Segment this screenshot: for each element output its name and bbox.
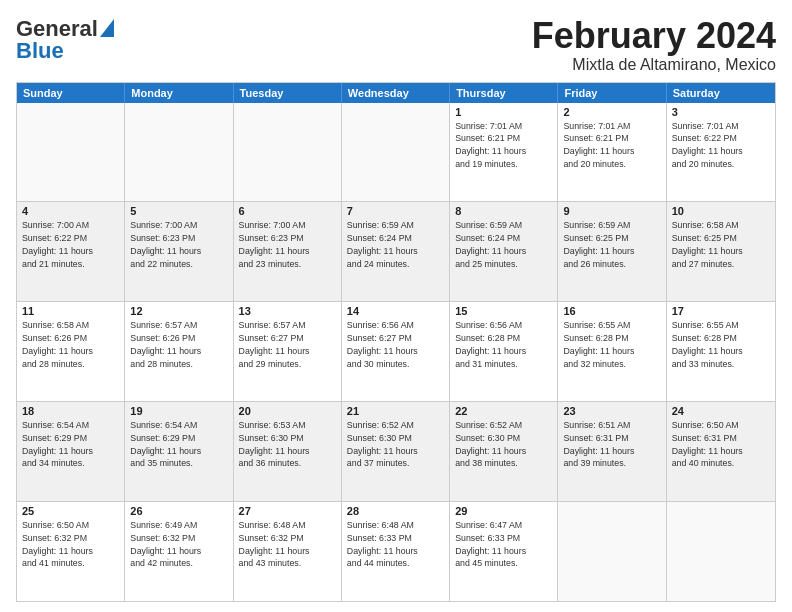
day-info: Sunrise: 6:56 AMSunset: 6:27 PMDaylight:… [347,319,444,370]
calendar-subtitle: Mixtla de Altamirano, Mexico [532,56,776,74]
day-number: 21 [347,405,444,417]
day-cell-3: 3Sunrise: 7:01 AMSunset: 6:22 PMDaylight… [667,103,775,202]
calendar-row-2: 11Sunrise: 6:58 AMSunset: 6:26 PMDayligh… [17,302,775,402]
day-number: 17 [672,305,770,317]
day-cell-20: 20Sunrise: 6:53 AMSunset: 6:30 PMDayligh… [234,402,342,501]
day-cell-2: 2Sunrise: 7:01 AMSunset: 6:21 PMDaylight… [558,103,666,202]
day-info: Sunrise: 6:55 AMSunset: 6:28 PMDaylight:… [672,319,770,370]
empty-cell [125,103,233,202]
day-cell-28: 28Sunrise: 6:48 AMSunset: 6:33 PMDayligh… [342,502,450,601]
day-cell-24: 24Sunrise: 6:50 AMSunset: 6:31 PMDayligh… [667,402,775,501]
day-info: Sunrise: 6:52 AMSunset: 6:30 PMDaylight:… [347,419,444,470]
day-cell-14: 14Sunrise: 6:56 AMSunset: 6:27 PMDayligh… [342,302,450,401]
day-cell-18: 18Sunrise: 6:54 AMSunset: 6:29 PMDayligh… [17,402,125,501]
header-day-wednesday: Wednesday [342,83,450,103]
day-number: 8 [455,205,552,217]
day-cell-27: 27Sunrise: 6:48 AMSunset: 6:32 PMDayligh… [234,502,342,601]
day-cell-9: 9Sunrise: 6:59 AMSunset: 6:25 PMDaylight… [558,202,666,301]
day-cell-16: 16Sunrise: 6:55 AMSunset: 6:28 PMDayligh… [558,302,666,401]
day-number: 27 [239,505,336,517]
day-cell-19: 19Sunrise: 6:54 AMSunset: 6:29 PMDayligh… [125,402,233,501]
day-info: Sunrise: 6:59 AMSunset: 6:24 PMDaylight:… [455,219,552,270]
header-day-sunday: Sunday [17,83,125,103]
calendar: SundayMondayTuesdayWednesdayThursdayFrid… [16,82,776,602]
calendar-row-0: 1Sunrise: 7:01 AMSunset: 6:21 PMDaylight… [17,103,775,203]
day-number: 24 [672,405,770,417]
day-number: 11 [22,305,119,317]
day-cell-15: 15Sunrise: 6:56 AMSunset: 6:28 PMDayligh… [450,302,558,401]
day-info: Sunrise: 6:47 AMSunset: 6:33 PMDaylight:… [455,519,552,570]
header-day-thursday: Thursday [450,83,558,103]
day-info: Sunrise: 6:51 AMSunset: 6:31 PMDaylight:… [563,419,660,470]
day-number: 19 [130,405,227,417]
header: General Blue February 2024 Mixtla de Alt… [16,16,776,74]
day-info: Sunrise: 6:56 AMSunset: 6:28 PMDaylight:… [455,319,552,370]
day-cell-17: 17Sunrise: 6:55 AMSunset: 6:28 PMDayligh… [667,302,775,401]
day-info: Sunrise: 7:00 AMSunset: 6:22 PMDaylight:… [22,219,119,270]
day-cell-11: 11Sunrise: 6:58 AMSunset: 6:26 PMDayligh… [17,302,125,401]
day-cell-29: 29Sunrise: 6:47 AMSunset: 6:33 PMDayligh… [450,502,558,601]
day-info: Sunrise: 7:00 AMSunset: 6:23 PMDaylight:… [130,219,227,270]
day-number: 25 [22,505,119,517]
calendar-title: February 2024 [532,16,776,56]
empty-cell [234,103,342,202]
header-day-saturday: Saturday [667,83,775,103]
day-cell-13: 13Sunrise: 6:57 AMSunset: 6:27 PMDayligh… [234,302,342,401]
day-info: Sunrise: 6:58 AMSunset: 6:26 PMDaylight:… [22,319,119,370]
day-info: Sunrise: 6:50 AMSunset: 6:31 PMDaylight:… [672,419,770,470]
day-cell-26: 26Sunrise: 6:49 AMSunset: 6:32 PMDayligh… [125,502,233,601]
day-cell-5: 5Sunrise: 7:00 AMSunset: 6:23 PMDaylight… [125,202,233,301]
title-block: February 2024 Mixtla de Altamirano, Mexi… [532,16,776,74]
day-info: Sunrise: 6:57 AMSunset: 6:26 PMDaylight:… [130,319,227,370]
day-info: Sunrise: 6:49 AMSunset: 6:32 PMDaylight:… [130,519,227,570]
day-info: Sunrise: 7:01 AMSunset: 6:21 PMDaylight:… [455,120,552,171]
day-number: 15 [455,305,552,317]
calendar-row-4: 25Sunrise: 6:50 AMSunset: 6:32 PMDayligh… [17,502,775,601]
empty-cell [342,103,450,202]
day-info: Sunrise: 6:55 AMSunset: 6:28 PMDaylight:… [563,319,660,370]
day-number: 26 [130,505,227,517]
day-number: 16 [563,305,660,317]
day-info: Sunrise: 6:52 AMSunset: 6:30 PMDaylight:… [455,419,552,470]
day-cell-10: 10Sunrise: 6:58 AMSunset: 6:25 PMDayligh… [667,202,775,301]
day-info: Sunrise: 6:53 AMSunset: 6:30 PMDaylight:… [239,419,336,470]
day-info: Sunrise: 6:58 AMSunset: 6:25 PMDaylight:… [672,219,770,270]
logo-triangle-icon [100,19,114,37]
day-info: Sunrise: 6:48 AMSunset: 6:33 PMDaylight:… [347,519,444,570]
calendar-body: 1Sunrise: 7:01 AMSunset: 6:21 PMDaylight… [17,103,775,601]
day-number: 2 [563,106,660,118]
day-number: 23 [563,405,660,417]
day-info: Sunrise: 6:50 AMSunset: 6:32 PMDaylight:… [22,519,119,570]
day-number: 18 [22,405,119,417]
day-cell-7: 7Sunrise: 6:59 AMSunset: 6:24 PMDaylight… [342,202,450,301]
empty-cell [558,502,666,601]
day-cell-4: 4Sunrise: 7:00 AMSunset: 6:22 PMDaylight… [17,202,125,301]
day-cell-6: 6Sunrise: 7:00 AMSunset: 6:23 PMDaylight… [234,202,342,301]
day-number: 13 [239,305,336,317]
day-number: 29 [455,505,552,517]
calendar-row-3: 18Sunrise: 6:54 AMSunset: 6:29 PMDayligh… [17,402,775,502]
day-cell-21: 21Sunrise: 6:52 AMSunset: 6:30 PMDayligh… [342,402,450,501]
day-number: 4 [22,205,119,217]
day-cell-23: 23Sunrise: 6:51 AMSunset: 6:31 PMDayligh… [558,402,666,501]
header-day-tuesday: Tuesday [234,83,342,103]
day-info: Sunrise: 6:59 AMSunset: 6:24 PMDaylight:… [347,219,444,270]
logo-blue: Blue [16,38,64,64]
day-number: 9 [563,205,660,217]
day-cell-25: 25Sunrise: 6:50 AMSunset: 6:32 PMDayligh… [17,502,125,601]
calendar-row-1: 4Sunrise: 7:00 AMSunset: 6:22 PMDaylight… [17,202,775,302]
day-number: 3 [672,106,770,118]
day-cell-12: 12Sunrise: 6:57 AMSunset: 6:26 PMDayligh… [125,302,233,401]
day-number: 1 [455,106,552,118]
day-cell-8: 8Sunrise: 6:59 AMSunset: 6:24 PMDaylight… [450,202,558,301]
empty-cell [17,103,125,202]
page: General Blue February 2024 Mixtla de Alt… [0,0,792,612]
day-cell-1: 1Sunrise: 7:01 AMSunset: 6:21 PMDaylight… [450,103,558,202]
day-number: 14 [347,305,444,317]
day-info: Sunrise: 6:54 AMSunset: 6:29 PMDaylight:… [22,419,119,470]
day-info: Sunrise: 7:01 AMSunset: 6:21 PMDaylight:… [563,120,660,171]
logo: General Blue [16,16,114,64]
day-cell-22: 22Sunrise: 6:52 AMSunset: 6:30 PMDayligh… [450,402,558,501]
empty-cell [667,502,775,601]
day-number: 22 [455,405,552,417]
